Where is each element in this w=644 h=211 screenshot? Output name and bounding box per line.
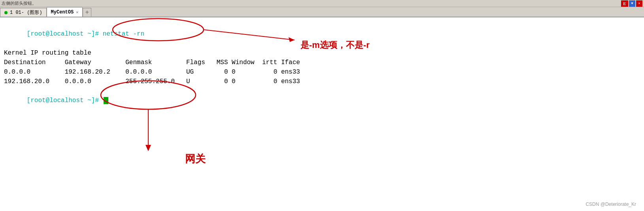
- heart-icon: ♥: [629, 0, 635, 7]
- terminal: [root@localhost ~]# netstat -rn Kernel I…: [0, 17, 644, 117]
- main-content: [root@localhost ~]# netstat -rn Kernel I…: [0, 17, 644, 211]
- svg-marker-5: [145, 145, 151, 151]
- tab-101-label: 1 01- (图形): [10, 9, 42, 16]
- close-icon: ✕: [636, 0, 642, 7]
- top-bar: 左侧的箭头按钮。 E ♥ ✕: [0, 0, 644, 7]
- terminal-line-1: [root@localhost ~]# netstat -rn: [4, 20, 640, 48]
- watermark: CSDN @Deteriorate_Kr: [585, 201, 636, 207]
- top-bar-icons: E ♥ ✕: [621, 0, 642, 7]
- terminal-line-5: 192.168.20.0 0.0.0.0 255.255.255.0 U 0 0…: [4, 77, 640, 86]
- top-bar-hint: 左侧的箭头按钮。: [2, 0, 36, 6]
- terminal-line-6: [root@localhost ~]#: [4, 86, 640, 115]
- tab-bar: 1 01- (图形) MyCentOS ✕ +: [0, 7, 644, 17]
- annotation-gateway-label: 网关: [185, 152, 206, 166]
- tab-101-graphic[interactable]: 1 01- (图形): [0, 8, 47, 17]
- terminal-line-2: Kernel IP routing table: [4, 48, 640, 58]
- tab-mycentos[interactable]: MyCentOS ✕: [47, 7, 83, 17]
- terminal-line-4: 0.0.0.0 192.168.20.2 0.0.0.0 UG 0 0 0 en…: [4, 67, 640, 77]
- tab-add-button[interactable]: +: [83, 8, 91, 17]
- tab-mycentos-label: MyCentOS: [51, 10, 74, 15]
- cursor: [104, 97, 108, 104]
- tab-dot: [4, 11, 8, 14]
- e-icon: E: [621, 0, 628, 7]
- terminal-line-3: Destination Gateway Genmask Flags MSS Wi…: [4, 58, 640, 67]
- tab-close-button[interactable]: ✕: [76, 10, 78, 15]
